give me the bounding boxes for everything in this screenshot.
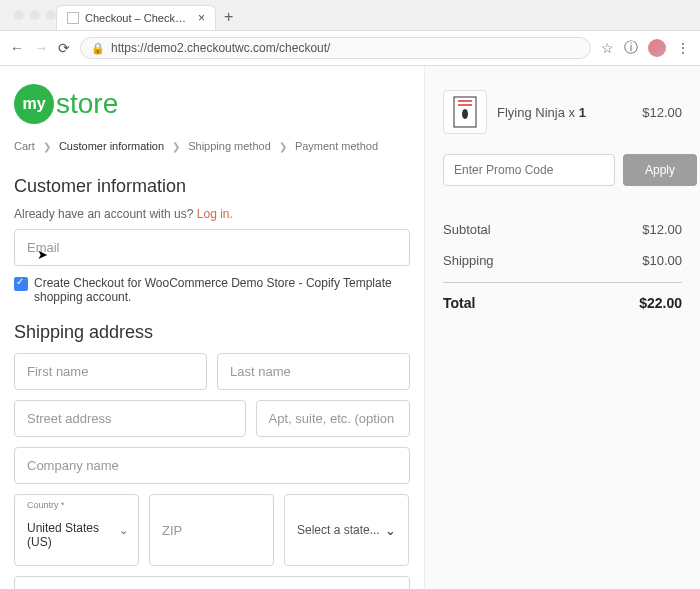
breadcrumb: Cart ❯ Customer information ❯ Shipping m… [14, 140, 410, 152]
zip-field[interactable] [149, 494, 274, 566]
lock-icon: 🔒 [91, 42, 105, 55]
url-bar[interactable]: 🔒 https://demo2.checkoutwc.com/checkout/ [80, 37, 591, 59]
reload-button[interactable]: ⟳ [58, 40, 70, 56]
summary-shipping: Shipping$10.00 [443, 245, 682, 276]
star-icon[interactable]: ☆ [601, 40, 614, 56]
product-price: $12.00 [642, 105, 682, 120]
forward-button: → [34, 40, 48, 56]
checkout-main: my store Cart ❯ Customer information ❯ S… [0, 66, 424, 589]
promo-code-input[interactable] [443, 154, 615, 186]
chevron-right-icon: ❯ [279, 141, 287, 152]
create-account-checkbox[interactable] [14, 277, 28, 291]
logo-text: store [56, 88, 118, 120]
country-value: United States (US) [27, 505, 126, 555]
product-name: Flying Ninja x 1 [497, 105, 632, 120]
chevron-down-icon: ⌄ [385, 523, 396, 538]
street-field[interactable] [14, 400, 246, 437]
url-text: https://demo2.checkoutwc.com/checkout/ [111, 41, 330, 55]
logo-circle: my [14, 84, 54, 124]
summary-total: Total$22.00 [443, 282, 682, 319]
town-field[interactable] [14, 576, 410, 589]
have-account-text: Already have an account with us? Log in. [14, 207, 410, 221]
tab-favicon [67, 12, 79, 24]
crumb-cart[interactable]: Cart [14, 140, 35, 152]
browser-tab[interactable]: Checkout – Checkout for Woo × [56, 5, 216, 30]
info-icon[interactable]: ⓘ [624, 39, 638, 57]
create-account-label: Create Checkout for WooCommerce Demo Sto… [34, 276, 410, 304]
crumb-payment-method: Payment method [295, 140, 378, 152]
apt-field[interactable] [256, 400, 410, 437]
back-button[interactable]: ← [10, 40, 24, 56]
apply-promo-button[interactable]: Apply [623, 154, 697, 186]
customer-info-heading: Customer information [14, 176, 410, 197]
crumb-shipping-method: Shipping method [188, 140, 271, 152]
summary-subtotal: Subtotal$12.00 [443, 214, 682, 245]
new-tab-button[interactable]: + [216, 4, 241, 30]
chevron-right-icon: ❯ [172, 141, 180, 152]
login-link[interactable]: Log in. [197, 207, 233, 221]
store-logo[interactable]: my store [14, 84, 410, 124]
profile-avatar[interactable] [648, 39, 666, 57]
last-name-field[interactable] [217, 353, 410, 390]
chevron-right-icon: ❯ [43, 141, 51, 152]
tab-title: Checkout – Checkout for Woo [85, 12, 192, 24]
country-select[interactable]: Country * United States (US) ⌄ [14, 494, 139, 566]
state-select[interactable]: Select a state... ⌄ [284, 494, 409, 566]
state-placeholder: Select a state... [297, 523, 380, 537]
browser-chrome: Checkout – Checkout for Woo × + ← → ⟳ 🔒 … [0, 0, 700, 66]
order-summary: Flying Ninja x 1 $12.00 Apply Subtotal$1… [424, 66, 700, 589]
kebab-menu-icon[interactable]: ⋮ [676, 40, 690, 56]
mac-traffic-lights [6, 4, 64, 20]
chevron-down-icon: ⌄ [119, 524, 128, 537]
country-label: Country * [27, 500, 65, 510]
company-field[interactable] [14, 447, 410, 484]
crumb-customer-info[interactable]: Customer information [59, 140, 164, 152]
first-name-field[interactable] [14, 353, 207, 390]
product-thumbnail [443, 90, 487, 134]
email-field[interactable] [14, 229, 410, 266]
shipping-address-heading: Shipping address [14, 322, 410, 343]
close-tab-icon[interactable]: × [198, 11, 205, 25]
cart-item: Flying Ninja x 1 $12.00 [443, 90, 682, 134]
